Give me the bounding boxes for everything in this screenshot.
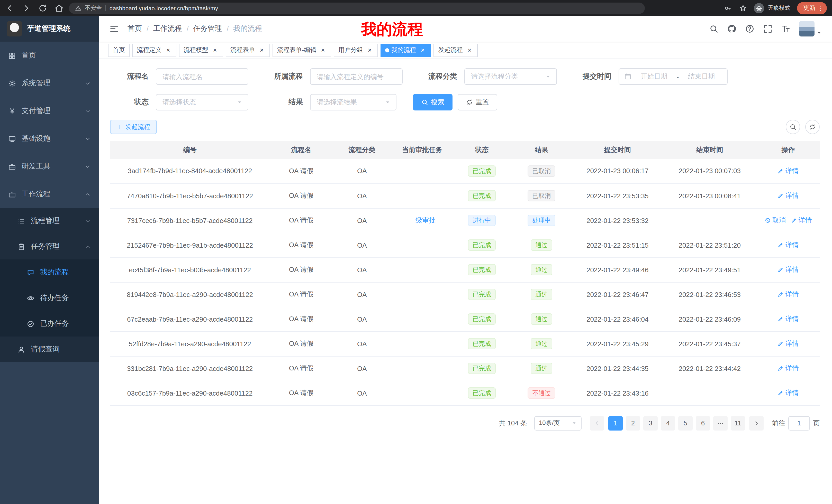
sidebar-item-task-management[interactable]: 任务管理 <box>0 234 99 259</box>
tab-process-model[interactable]: 流程模型× <box>179 44 223 57</box>
status-badge: 已完成 <box>468 313 496 325</box>
sidebar-item-infrastructure[interactable]: 基础设施 <box>0 125 99 152</box>
page-button-11[interactable]: 11 <box>731 416 745 430</box>
detail-button[interactable]: 详情 <box>778 265 799 274</box>
goto-prefix: 前往 <box>772 418 785 428</box>
breadcrumb-item[interactable]: 首页 <box>128 24 142 33</box>
detail-button[interactable]: 详情 <box>778 191 799 200</box>
password-key-button[interactable] <box>724 4 732 12</box>
process-name-input[interactable] <box>156 68 249 85</box>
detail-button[interactable]: 详情 <box>791 216 812 225</box>
cell-process-name: OA 请假 <box>270 233 333 257</box>
breadcrumb-item[interactable]: 任务管理 <box>193 24 222 33</box>
browser-back-button[interactable] <box>5 3 15 12</box>
github-icon[interactable] <box>727 24 736 33</box>
page-button-2[interactable]: 2 <box>626 416 640 430</box>
status-select[interactable]: 请选择状态 <box>156 94 249 110</box>
detail-button[interactable]: 详情 <box>778 364 799 373</box>
tab-start-process[interactable]: 发起流程× <box>434 44 478 57</box>
sidebar-item-system-management[interactable]: 系统管理 <box>0 69 99 97</box>
cell-submit-time: 2022-01-23 00:06:17 <box>573 159 662 184</box>
sidebar-item-payment-management[interactable]: 支付管理 <box>0 97 99 125</box>
detail-button[interactable]: 详情 <box>778 388 799 398</box>
fullscreen-icon[interactable] <box>763 24 772 33</box>
page-size-value: 10条/页 <box>539 419 560 427</box>
close-icon[interactable]: × <box>366 47 373 54</box>
detail-button[interactable]: 详情 <box>778 166 799 176</box>
sidebar-item-leave-query[interactable]: 请假查询 <box>0 337 99 362</box>
sidebar-item-workflow[interactable]: 工作流程 <box>0 180 99 208</box>
category-select[interactable]: 请选择流程分类 <box>464 68 557 85</box>
header-search-icon[interactable] <box>709 24 718 33</box>
page-button-1[interactable]: 1 <box>608 416 623 430</box>
page-button-4[interactable]: 4 <box>661 416 675 430</box>
browser-home-button[interactable] <box>54 3 64 12</box>
current-task-link[interactable]: 一级审批 <box>409 216 436 224</box>
page-button-5[interactable]: 5 <box>678 416 693 430</box>
cell-category: OA <box>333 257 391 282</box>
logo-area[interactable]: 芋道管理系统 <box>0 16 99 41</box>
detail-button[interactable]: 详情 <box>778 290 799 299</box>
cell-id: 3ad174fb-7b9d-11ec-8404-acde48001122 <box>110 159 270 184</box>
bookmark-star-button[interactable] <box>739 4 747 12</box>
tab-process-form[interactable]: 流程表单× <box>226 44 270 57</box>
sidebar-item-home[interactable]: 首页 <box>0 41 99 69</box>
browser-update-button[interactable]: 更新 <box>797 2 827 14</box>
close-icon[interactable]: × <box>211 47 218 54</box>
user-menu[interactable] <box>799 21 822 36</box>
detail-button[interactable]: 详情 <box>778 241 799 250</box>
browser-reload-button[interactable] <box>38 3 47 12</box>
search-button[interactable]: 搜索 <box>413 94 452 110</box>
tab-user-group[interactable]: 用户分组× <box>334 44 378 57</box>
font-size-icon[interactable] <box>781 24 790 33</box>
breadcrumb-separator: / <box>147 25 149 33</box>
next-page-button[interactable] <box>749 416 763 430</box>
close-icon[interactable]: × <box>419 47 426 54</box>
sidebar-item-dev-tools[interactable]: 研发工具 <box>0 152 99 180</box>
cell-process-name: OA 请假 <box>270 208 333 233</box>
page-button-3[interactable]: 3 <box>643 416 658 430</box>
cell-end-time: 2022-01-23 00:07:03 <box>662 159 757 184</box>
cancel-button[interactable]: 取消 <box>765 216 786 225</box>
page-button-6[interactable]: 6 <box>696 416 710 430</box>
process-definition-input[interactable] <box>310 68 402 85</box>
address-bar[interactable]: 不安全 dashboard.yudao.iocoder.cn/bpm/task/… <box>69 2 645 13</box>
table-row: ec45f38f-7b9a-11ec-b03b-acde48001122OA 请… <box>110 257 820 282</box>
reset-button[interactable]: 重置 <box>458 94 497 110</box>
goto-page-input[interactable] <box>788 416 810 430</box>
tab-my-process[interactable]: 我的流程× <box>381 44 431 57</box>
tab-process-definition[interactable]: 流程定义× <box>132 44 176 57</box>
sidebar-item-process-management[interactable]: 流程管理 <box>0 208 99 234</box>
close-icon[interactable]: × <box>319 47 327 54</box>
detail-button[interactable]: 详情 <box>778 339 799 348</box>
start-process-button[interactable]: 发起流程 <box>110 120 157 134</box>
column-header: 结果 <box>511 141 572 159</box>
show-search-button[interactable] <box>786 120 800 134</box>
end-date-placeholder: 结束日期 <box>681 72 722 81</box>
submit-time-range-picker[interactable]: 开始日期 - 结束日期 <box>619 68 728 85</box>
refresh-table-button[interactable] <box>805 120 820 134</box>
result-select[interactable]: 请选择流结果 <box>310 94 396 110</box>
page-size-select[interactable]: 10条/页 <box>534 416 581 430</box>
tab-home[interactable]: 首页 <box>108 44 130 57</box>
close-icon[interactable]: × <box>164 47 172 54</box>
cell-end-time <box>662 381 757 405</box>
sidebar-item-done-task[interactable]: 已办任务 <box>0 311 99 337</box>
filter-result: 结果 请选择流结果 <box>265 94 396 110</box>
help-icon[interactable] <box>745 24 754 33</box>
check-badge-icon <box>27 320 34 328</box>
page-annotation: 我的流程 <box>361 19 423 40</box>
prev-page-button[interactable] <box>590 416 604 430</box>
more-pages-button[interactable] <box>713 416 728 430</box>
sidebar-item-my-process[interactable]: 我的流程 <box>0 259 99 285</box>
close-icon[interactable]: × <box>258 47 265 54</box>
breadcrumb-item[interactable]: 工作流程 <box>153 24 182 33</box>
hamburger-icon[interactable] <box>109 24 119 34</box>
browser-forward-button[interactable] <box>22 3 31 12</box>
close-icon[interactable]: × <box>466 47 473 54</box>
sidebar-item-todo-task[interactable]: 待办任务 <box>0 285 99 311</box>
detail-button[interactable]: 详情 <box>778 314 799 324</box>
cell-status: 已完成 <box>453 184 511 208</box>
chat-icon <box>27 269 34 276</box>
tab-process-form-edit[interactable]: 流程表单-编辑× <box>272 44 331 57</box>
